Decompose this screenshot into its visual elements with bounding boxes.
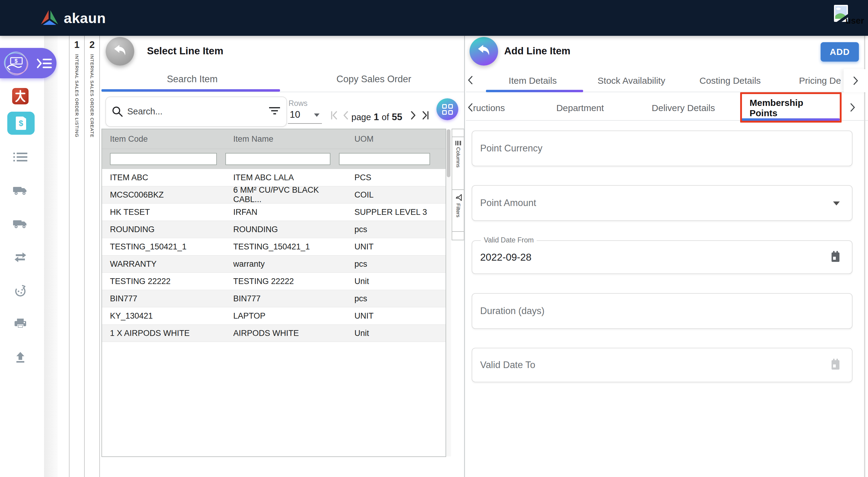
- membership-points-highlight-annotation: [740, 92, 842, 123]
- calendar-icon[interactable]: [830, 358, 842, 372]
- sidebar-item-upload[interactable]: [14, 351, 27, 365]
- workspace-tab-number: 2: [89, 39, 94, 50]
- sidebar-item-dai-app[interactable]: [12, 88, 29, 104]
- valid-date-from-label: Valid Date From: [481, 236, 537, 244]
- sidebar-item-listing[interactable]: [13, 152, 27, 164]
- cell-uom: pcs: [346, 260, 438, 269]
- filters-side-tab[interactable]: Filters: [452, 189, 464, 232]
- sidebar-shadow: [44, 36, 58, 477]
- table-row[interactable]: 1 X AIRPODS WHITE AIRPODS WHITE Unit: [102, 325, 445, 342]
- brand-logo[interactable]: akaun: [40, 0, 106, 36]
- workspace-tab-number: 1: [74, 39, 79, 50]
- cell-item-code: HK TESET: [102, 208, 225, 217]
- point-amount-field[interactable]: Point Amount: [472, 185, 852, 221]
- cell-uom: pcs: [346, 294, 438, 303]
- table-row[interactable]: ROUNDING ROUNDING pcs: [102, 221, 445, 238]
- tabs-row2-scroll-left-icon[interactable]: [467, 103, 473, 113]
- uom-filter-input[interactable]: [339, 153, 430, 165]
- sidebar-item-transfer[interactable]: [13, 252, 27, 263]
- rows-per-page-select[interactable]: 10: [288, 109, 322, 123]
- table-row[interactable]: BIN777 BIN777 pcs: [102, 290, 445, 307]
- sidebar-item-print[interactable]: [13, 318, 27, 331]
- table-row[interactable]: TESTING 22222 TESTING 22222 Unit: [102, 273, 445, 290]
- table-row[interactable]: HK TESET IRFAN SUPPLER LEVEL 3: [102, 204, 445, 221]
- back-button-right[interactable]: [469, 37, 498, 66]
- side-strip-spacer: [452, 129, 464, 137]
- search-input[interactable]: [127, 100, 258, 123]
- back-arrow-icon: [477, 45, 491, 58]
- last-page-button[interactable]: [421, 110, 430, 121]
- workspace-tab-label: INTERNAL SALES ORDER CREATE: [90, 54, 95, 137]
- columns-side-tab[interactable]: Columns: [452, 137, 464, 190]
- cell-item-name: LAPTOP: [225, 311, 346, 321]
- cell-uom: Unit: [346, 277, 438, 286]
- next-page-button[interactable]: [410, 110, 419, 121]
- cell-item-name: ROUNDING: [225, 225, 346, 234]
- point-currency-label: Point Currency: [480, 143, 542, 154]
- back-button-left[interactable]: [106, 37, 134, 66]
- right-panel-scrollbar[interactable]: [864, 36, 865, 477]
- cell-uom: UNIT: [346, 311, 438, 321]
- active-module-pill[interactable]: $: [0, 48, 57, 78]
- table-row[interactable]: MCSC006BKZ 6 MM² CU/PVC BLACK CABL... CO…: [102, 186, 445, 204]
- cell-uom: COIL: [346, 190, 438, 200]
- filter-funnel-icon: [454, 194, 462, 201]
- sidebar-item-delivery[interactable]: [13, 185, 28, 197]
- tab-costing-details[interactable]: Costing Details: [700, 72, 761, 90]
- left-panel-title: Select Line Item: [147, 45, 223, 57]
- cell-uom: pcs: [346, 225, 438, 234]
- sidebar-item-sales-invoice[interactable]: $: [7, 112, 35, 135]
- cell-item-name: TESTING_150421_1: [225, 242, 346, 251]
- tab-pricing-details[interactable]: Pricing De: [799, 72, 841, 90]
- filter-list-icon[interactable]: [269, 107, 280, 116]
- cell-item-name: IRFAN: [225, 208, 346, 217]
- table-scrollbar-track[interactable]: [446, 129, 451, 456]
- sidebar-item-timer[interactable]: [14, 284, 27, 298]
- current-page-number: 1: [374, 112, 379, 123]
- top-navbar: akaun user: [0, 0, 868, 36]
- dropdown-caret-icon[interactable]: [833, 202, 840, 205]
- point-currency-field[interactable]: Point Currency: [472, 131, 852, 166]
- item-name-filter-input[interactable]: [225, 153, 331, 165]
- cell-item-code: TESTING 22222: [102, 277, 225, 286]
- table-row[interactable]: TESTING_150421_1 TESTING_150421_1 UNIT: [102, 238, 445, 255]
- tabs-row2-scroll-right-icon[interactable]: [850, 103, 856, 113]
- cell-uom: SUPPLER LEVEL 3: [346, 208, 438, 217]
- workspace-tab-listing[interactable]: 1 INTERNAL SALES ORDER LISTING: [69, 36, 85, 477]
- valid-date-to-field[interactable]: Valid Date To: [472, 348, 852, 382]
- tab-delivery-details[interactable]: Delivery Details: [652, 99, 715, 117]
- tab-copy-sales-order[interactable]: Copy Sales Order: [283, 68, 465, 91]
- tab-instructions-truncated[interactable]: ructions: [473, 99, 505, 117]
- item-code-filter-input[interactable]: [110, 153, 217, 165]
- tabs-row1-scroll-right[interactable]: [844, 69, 868, 92]
- user-avatar[interactable]: user: [834, 5, 867, 27]
- table-row[interactable]: WARRANTY warranty pcs: [102, 255, 445, 273]
- tab-stock-availability[interactable]: Stock Availability: [598, 72, 665, 90]
- add-button[interactable]: ADD: [820, 42, 859, 62]
- previous-page-button[interactable]: [342, 110, 351, 121]
- menu-collapse-icon[interactable]: [36, 58, 52, 70]
- calendar-icon[interactable]: [830, 250, 842, 264]
- tab-item-details[interactable]: Item Details: [509, 72, 557, 90]
- valid-date-from-field[interactable]: Valid Date From 2022-09-28: [472, 240, 852, 274]
- cell-item-code: MCSC006BKZ: [102, 190, 225, 200]
- grid-view-button[interactable]: [436, 98, 458, 120]
- cell-item-code: ROUNDING: [102, 225, 225, 234]
- active-tab-underline: [101, 89, 280, 92]
- table-row[interactable]: ITEM ABC ITEM ABC LALA PCS: [102, 169, 445, 186]
- pagination-status: page 1 of 55: [351, 112, 402, 123]
- duration-days-field[interactable]: Duration (days): [472, 293, 852, 329]
- cell-item-name: warranty: [225, 260, 346, 269]
- cell-item-name: AIRPODS WHITE: [225, 329, 346, 338]
- search-icon: [112, 106, 124, 119]
- first-page-button[interactable]: [330, 110, 339, 121]
- table-scrollbar-thumb[interactable]: [447, 129, 451, 177]
- tab-search-item[interactable]: Search Item: [101, 68, 283, 91]
- workspace-tab-label: INTERNAL SALES ORDER LISTING: [74, 54, 80, 137]
- tabs-row1-scroll-left-icon[interactable]: [467, 75, 473, 86]
- table-row[interactable]: KY_130421 LAPTOP UNIT: [102, 307, 445, 325]
- table-body: ITEM ABC ITEM ABC LALA PCS MCSC006BKZ 6 …: [102, 169, 445, 342]
- sidebar-item-shipping[interactable]: [13, 218, 28, 231]
- tab-department[interactable]: Department: [556, 99, 604, 117]
- workspace-tab-create[interactable]: 2 INTERNAL SALES ORDER CREATE: [84, 36, 100, 477]
